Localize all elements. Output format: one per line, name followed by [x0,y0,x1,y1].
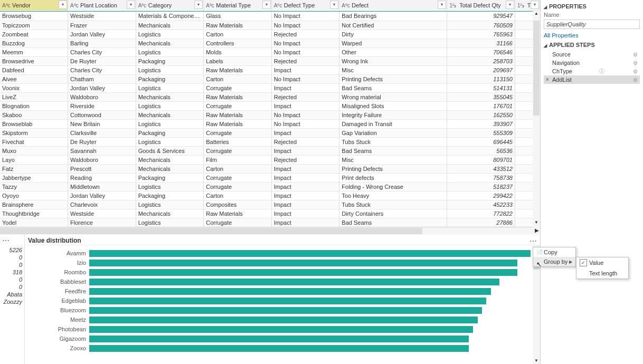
table-row[interactable]: OyoyoJordan ValleyPackagingCartonImpactT… [0,191,540,200]
type-icon: Aᴮc [274,3,282,8]
filter-dropdown-icon[interactable]: ▾ [438,1,446,9]
bar-row: Feedfire [25,286,531,296]
filter-dropdown-icon[interactable]: ▾ [262,1,271,9]
horizontal-scrollbar[interactable]: ▶ [0,227,540,235]
all-properties-link[interactable]: All Properties [544,29,640,41]
table-row[interactable]: AiveeChathamPackagingCartonNo ImpactPrin… [0,74,540,83]
gear-icon[interactable]: ⚙ [633,77,638,83]
column-header[interactable]: Aᴮc Category▾ [136,0,204,11]
table-row[interactable]: MuxoSavannahGoods & ServicesCorrugateImp… [0,146,540,155]
column-header[interactable]: Aᴮc Defect Type▾ [271,0,339,11]
gear-icon[interactable]: ⚙ [633,60,638,66]
bar-row: Babbleset [25,277,531,286]
type-icon: Aᴮc [138,3,147,8]
table-row[interactable]: FivechatDe RuyterLogisticsBatteriesRejec… [0,137,540,146]
table-row[interactable]: BrowsedriveDe RuyterPackagingLabelsRejec… [0,56,540,65]
bar-row: Meetz [25,315,531,324]
bar-row: Bluezoom [25,305,531,315]
filter-dropdown-icon[interactable]: ▾ [194,1,203,9]
stats-more-icon[interactable]: ⋯ [2,236,22,246]
column-header[interactable]: Aᴮc Defect▾ [339,0,447,11]
table-row[interactable]: BrowseblabNew BritainLogisticsRaw Materi… [0,119,540,128]
column-header[interactable]: 1²₃ Total Do…▾ [515,0,540,11]
table-row[interactable]: LayoWaldoboroMechanicalsFilmRejectedMisc… [0,155,540,164]
bar-row: Roombo [25,267,531,277]
type-icon: Aᴮc [70,3,79,8]
checkbox-checked-icon: ✓ [580,259,587,266]
column-header[interactable]: Aᴮc Plant Location▾ [68,0,136,11]
type-icon: 1²₃ [517,3,526,8]
value-distribution-title: Value distribution [25,235,540,245]
table-row[interactable]: SkipstormClarksvillePackagingCorrugateIm… [0,128,540,137]
value-distribution-more-icon[interactable]: ⋯ [528,236,539,246]
table-row[interactable]: FatzPrescottMechanicalsCartonImpactPrint… [0,164,540,173]
bar-row: Photobean [25,324,531,334]
table-row[interactable]: YodelFlorenceLogisticsCorrugateImpactBad… [0,218,540,227]
table-row[interactable]: ThoughtbridgeWestsideMechanicalsRaw Mate… [0,209,540,218]
table-row[interactable]: TopiczoomFrazerMechanicalsRaw MaterialsN… [0,21,540,30]
table-row[interactable]: BrainsphereCharlevoixLogisticsComposites… [0,200,540,209]
table-row[interactable]: MeemmCharles CityLogisticsMoldsNo Impact… [0,47,540,56]
table-row[interactable]: VoonixJordan ValleyLogisticsCorrugateImp… [0,83,540,92]
bar-row: Gigazoom [25,334,531,343]
submenu[interactable]: ✓Value Text length [576,257,629,279]
bar-row: Zooxo [25,343,531,353]
table-row[interactable]: ZoombeatJordan ValleyLogisticsCartonReje… [0,30,540,39]
table-row[interactable]: JabbertypeReadingPackagingCorrugateImpac… [0,173,540,182]
delete-step-icon[interactable]: ✕ [545,77,550,82]
data-grid[interactable]: Aᴮc Vendor▾Aᴮc Plant Location▾Aᴮc Catego… [0,0,540,227]
name-field[interactable] [544,20,640,29]
applied-step[interactable]: Navigation⚙ [544,59,640,67]
properties-header[interactable]: ◢PROPERTIES [544,2,640,11]
column-header[interactable]: Aᴮc Vendor▾ [0,0,68,11]
type-icon: 1²₃ [449,3,458,8]
type-icon: Aᴮc [206,3,214,8]
filter-dropdown-icon[interactable]: ▾ [127,1,135,9]
gear-icon[interactable]: ⚙ [633,52,638,58]
table-row[interactable]: BrowsebugWestsideMaterials & ComponentsG… [0,12,540,21]
filter-dropdown-icon[interactable]: ▾ [506,1,514,9]
submenu-value[interactable]: ✓Value [576,257,628,268]
table-row[interactable]: LiveZWaldoboroMechanicalsRaw MaterialsRe… [0,92,540,101]
applied-step[interactable]: ✕AddList⚙ [544,75,640,84]
chevron-right-icon: ▶ [569,260,572,264]
applied-step[interactable]: ChTypei⚙ [544,67,640,75]
column-stats: ⋯ 52260031800AbataZoozzy [0,235,24,364]
table-row[interactable]: SkabooCottonwoodMechanicalsRaw Materials… [0,110,540,119]
copy-icon: 📄 [536,250,544,255]
bar-row: Avamm [25,248,531,258]
applied-step[interactable]: Source⚙ [544,50,640,59]
gear-icon[interactable]: ⚙ [633,69,638,74]
vertical-scrollbar[interactable]: ▲▼ [533,11,540,227]
column-header[interactable]: 1²₃ Total Defect Qty▾ [447,0,515,11]
value-distribution-chart: AvammIzioRoomboBabblesetFeedfireEdgeblab… [25,245,540,355]
name-label: Name [544,11,640,18]
table-row[interactable]: DabfeedCharles CityLogisticsRaw Material… [0,65,540,74]
type-icon: Aᴮc [2,3,11,8]
cursor-icon: ↖ [536,261,542,268]
bar-row: Edgeblab [25,296,531,305]
type-icon: Aᴮc [342,3,350,8]
column-header[interactable]: Aᴮc Material Type▾ [204,0,272,11]
applied-steps-header[interactable]: ◢APPLIED STEPS [544,41,640,49]
info-icon[interactable]: i [599,69,604,74]
filter-dropdown-icon[interactable]: ▾ [330,1,338,9]
table-row[interactable]: BlognationRiversideLogisticsCorrugateImp… [0,101,540,110]
submenu-text-length[interactable]: Text length [576,268,628,279]
menu-copy[interactable]: 📄Copy [533,247,575,257]
filter-dropdown-icon[interactable]: ▾ [59,1,67,9]
bar-row: Izio [25,258,531,267]
table-row[interactable]: TazzyMiddletownLogisticsCorrugateImpactF… [0,182,540,191]
table-row[interactable]: BuzzdogBarlingMechanicalsControllersNo I… [0,39,540,47]
filter-dropdown-icon[interactable]: ▾ [531,1,539,9]
